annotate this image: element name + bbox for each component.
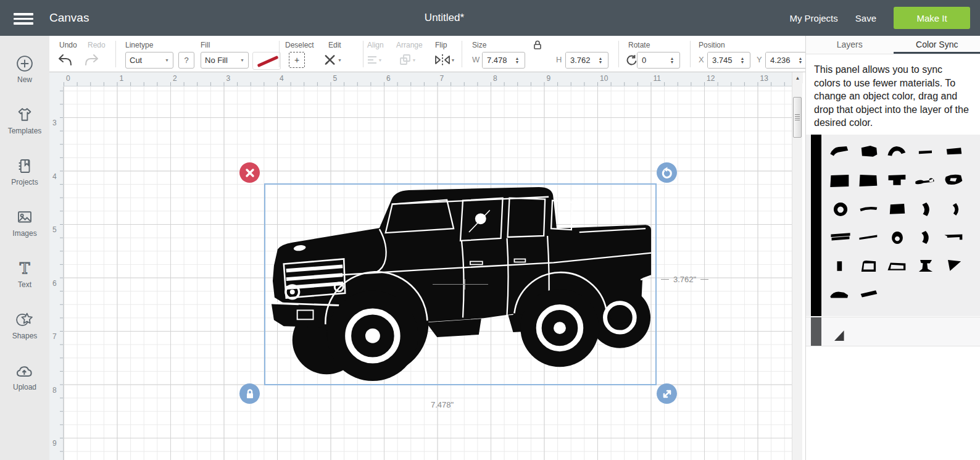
undo-icon[interactable] (56, 52, 74, 68)
scrollbar-up-arrow[interactable]: ▲ (792, 72, 803, 83)
color-group-bar[interactable] (811, 135, 821, 316)
x-position-input[interactable] (708, 52, 737, 68)
size-lock-icon[interactable] (533, 40, 542, 52)
color-sync-shape[interactable] (911, 138, 940, 167)
design-grid[interactable]: 3.762" 7.478" (64, 86, 792, 460)
rotate-input[interactable] (637, 52, 667, 68)
color-sync-shape[interactable] (855, 195, 883, 224)
size-label: Size (472, 41, 486, 49)
ruler-number: 6 (386, 74, 391, 83)
sidebar-item-label: Projects (11, 178, 38, 186)
color-sync-shape[interactable] (855, 280, 883, 309)
my-projects-link[interactable]: My Projects (789, 13, 837, 23)
color-sync-shape[interactable] (911, 224, 940, 252)
sidebar-item-label: Images (12, 229, 36, 238)
color-sync-shape[interactable] (826, 224, 855, 252)
sidebar-item-label: New (17, 75, 32, 84)
sidebar-item-templates[interactable]: Templates (0, 94, 49, 146)
chevron-down-icon: ▼ (165, 58, 169, 62)
color-sync-shape[interactable] (911, 167, 940, 195)
color-sync-shape[interactable] (826, 167, 855, 195)
scrollbar-thumb[interactable] (793, 97, 802, 138)
fill-select[interactable]: No Fill ▼ (201, 52, 249, 69)
x-stepper[interactable]: ▲▼ (737, 52, 747, 68)
color-sync-shape[interactable] (883, 195, 911, 224)
projects-book-icon (14, 156, 35, 176)
color-sync-shape[interactable] (883, 167, 911, 195)
color-sync-shape[interactable] (855, 138, 883, 167)
sidebar-item-text[interactable]: TText (0, 248, 49, 299)
description-line: drop that object into the layer of the (814, 103, 980, 117)
linetype-value: Cut (130, 56, 142, 65)
text-icon: T (14, 259, 35, 278)
hamburger-menu-icon[interactable] (14, 10, 33, 25)
edit-tools-icon[interactable]: ▼ (323, 52, 342, 68)
make-it-button[interactable]: Make It (894, 7, 970, 29)
sidebar-item-projects[interactable]: Projects (0, 146, 49, 197)
height-input[interactable] (566, 52, 596, 68)
v-ruler: 3456789 (49, 86, 64, 460)
sidebar-item-images[interactable]: Images (0, 197, 49, 248)
color-sync-shape[interactable] (940, 138, 968, 167)
resize-handle[interactable] (657, 383, 677, 404)
redo-label: Redo (88, 41, 106, 49)
color-sync-shape[interactable] (940, 167, 968, 195)
lock-handle[interactable] (239, 383, 260, 404)
y-position-input[interactable] (766, 52, 795, 68)
description-line: change an object color, drag and (814, 90, 980, 103)
deselect-icon[interactable]: + (289, 52, 305, 68)
height-stepper[interactable]: ▲▼ (596, 52, 605, 68)
document-title[interactable]: Untitled* (383, 0, 506, 36)
color-sync-shape[interactable] (883, 224, 911, 252)
position-label: Position (699, 41, 725, 49)
chevron-down-icon: ▼ (412, 58, 417, 62)
align-icon: ▼ (365, 52, 383, 68)
color-group-black (806, 135, 980, 316)
linetype-select[interactable]: Cut ▼ (125, 52, 173, 69)
color-group-shapes (821, 135, 980, 316)
flip-icon[interactable]: ▼ (431, 52, 458, 68)
color-sync-shape[interactable] (911, 252, 940, 280)
ruler-number: 10 (600, 74, 608, 83)
y-stepper[interactable]: ▲▼ (795, 52, 805, 68)
color-sync-shape[interactable] (855, 252, 883, 280)
color-sync-shape[interactable] (855, 167, 883, 195)
sidebar-item-shapes[interactable]: Shapes (0, 299, 49, 351)
flip-label: Flip (435, 41, 447, 49)
sidebar-item-upload[interactable]: Upload (0, 351, 49, 402)
rotate-stepper[interactable]: ▲▼ (667, 52, 677, 68)
color-sync-shape[interactable] (826, 280, 855, 309)
color-sync-description: This panel allows you to synccolors to u… (814, 63, 980, 130)
width-input[interactable] (483, 52, 512, 68)
chevron-down-icon: ▼ (240, 58, 244, 62)
tab-color-sync[interactable]: Color Sync (894, 36, 980, 54)
sidebar-item-label: Templates (8, 127, 42, 135)
ruler-number: 3 (226, 74, 231, 83)
ruler-number: 11 (654, 74, 661, 83)
undo-label: Undo (59, 41, 77, 49)
fill-label: Fill (201, 41, 210, 49)
color-sync-shape[interactable] (883, 252, 911, 280)
color-sync-shape[interactable] (940, 195, 968, 224)
save-link[interactable]: Save (855, 13, 876, 23)
canvas-scrollbar[interactable]: ▲ (792, 72, 802, 460)
redo-icon[interactable] (83, 52, 101, 68)
color-group-bar[interactable] (811, 317, 821, 346)
color-sync-shape[interactable] (911, 195, 940, 224)
rotate-handle[interactable] (657, 162, 677, 183)
color-group-gray (806, 317, 980, 346)
color-sync-shape[interactable] (826, 252, 855, 280)
color-sync-shape[interactable] (826, 195, 855, 224)
sidebar-item-new[interactable]: New (0, 43, 49, 94)
color-sync-shape[interactable] (940, 224, 968, 252)
color-sync-shape[interactable] (826, 138, 855, 167)
delete-handle[interactable] (239, 162, 260, 183)
linetype-help-button[interactable]: ? (178, 52, 194, 69)
fill-color-swatch[interactable] (252, 52, 281, 70)
color-sync-shape[interactable] (940, 252, 968, 280)
color-sync-shape[interactable] (855, 224, 883, 252)
tab-layers[interactable]: Layers (806, 36, 894, 54)
color-sync-shape[interactable] (883, 138, 911, 167)
width-stepper[interactable]: ▲▼ (512, 52, 522, 68)
width-dimension-label: 7.478" (431, 400, 454, 409)
